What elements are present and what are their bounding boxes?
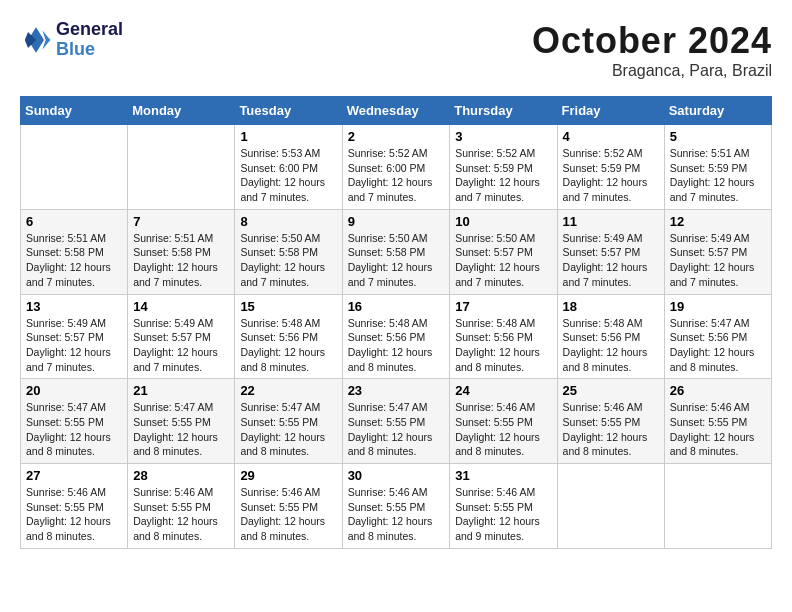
calendar-cell: 29Sunrise: 5:46 AM Sunset: 5:55 PM Dayli… (235, 464, 342, 549)
weekday-header-tuesday: Tuesday (235, 97, 342, 125)
day-number: 28 (133, 468, 229, 483)
calendar-cell: 21Sunrise: 5:47 AM Sunset: 5:55 PM Dayli… (128, 379, 235, 464)
day-number: 23 (348, 383, 445, 398)
day-number: 18 (563, 299, 659, 314)
weekday-header-row: SundayMondayTuesdayWednesdayThursdayFrid… (21, 97, 772, 125)
calendar-week-row: 6Sunrise: 5:51 AM Sunset: 5:58 PM Daylig… (21, 209, 772, 294)
calendar-cell: 13Sunrise: 5:49 AM Sunset: 5:57 PM Dayli… (21, 294, 128, 379)
calendar-cell: 5Sunrise: 5:51 AM Sunset: 5:59 PM Daylig… (664, 125, 771, 210)
weekday-header-wednesday: Wednesday (342, 97, 450, 125)
day-number: 3 (455, 129, 551, 144)
month-title: October 2024 (532, 20, 772, 62)
day-info: Sunrise: 5:50 AM Sunset: 5:58 PM Dayligh… (348, 231, 445, 290)
calendar-cell: 31Sunrise: 5:46 AM Sunset: 5:55 PM Dayli… (450, 464, 557, 549)
calendar-cell (664, 464, 771, 549)
day-number: 15 (240, 299, 336, 314)
day-info: Sunrise: 5:47 AM Sunset: 5:55 PM Dayligh… (240, 400, 336, 459)
calendar-cell: 16Sunrise: 5:48 AM Sunset: 5:56 PM Dayli… (342, 294, 450, 379)
logo: General Blue (20, 20, 123, 60)
day-number: 1 (240, 129, 336, 144)
day-info: Sunrise: 5:47 AM Sunset: 5:55 PM Dayligh… (133, 400, 229, 459)
calendar-cell: 24Sunrise: 5:46 AM Sunset: 5:55 PM Dayli… (450, 379, 557, 464)
calendar-cell: 1Sunrise: 5:53 AM Sunset: 6:00 PM Daylig… (235, 125, 342, 210)
day-number: 6 (26, 214, 122, 229)
calendar-cell: 26Sunrise: 5:46 AM Sunset: 5:55 PM Dayli… (664, 379, 771, 464)
day-info: Sunrise: 5:52 AM Sunset: 5:59 PM Dayligh… (563, 146, 659, 205)
weekday-header-monday: Monday (128, 97, 235, 125)
day-info: Sunrise: 5:47 AM Sunset: 5:55 PM Dayligh… (348, 400, 445, 459)
calendar-cell: 10Sunrise: 5:50 AM Sunset: 5:57 PM Dayli… (450, 209, 557, 294)
day-info: Sunrise: 5:46 AM Sunset: 5:55 PM Dayligh… (563, 400, 659, 459)
day-number: 9 (348, 214, 445, 229)
day-info: Sunrise: 5:46 AM Sunset: 5:55 PM Dayligh… (133, 485, 229, 544)
weekday-header-saturday: Saturday (664, 97, 771, 125)
day-info: Sunrise: 5:52 AM Sunset: 5:59 PM Dayligh… (455, 146, 551, 205)
calendar-cell: 12Sunrise: 5:49 AM Sunset: 5:57 PM Dayli… (664, 209, 771, 294)
location-title: Braganca, Para, Brazil (532, 62, 772, 80)
day-number: 31 (455, 468, 551, 483)
calendar-cell: 20Sunrise: 5:47 AM Sunset: 5:55 PM Dayli… (21, 379, 128, 464)
day-info: Sunrise: 5:48 AM Sunset: 5:56 PM Dayligh… (240, 316, 336, 375)
calendar-cell: 28Sunrise: 5:46 AM Sunset: 5:55 PM Dayli… (128, 464, 235, 549)
day-number: 8 (240, 214, 336, 229)
day-number: 26 (670, 383, 766, 398)
day-number: 16 (348, 299, 445, 314)
weekday-header-sunday: Sunday (21, 97, 128, 125)
weekday-header-friday: Friday (557, 97, 664, 125)
day-number: 24 (455, 383, 551, 398)
calendar-table: SundayMondayTuesdayWednesdayThursdayFrid… (20, 96, 772, 549)
day-info: Sunrise: 5:49 AM Sunset: 5:57 PM Dayligh… (563, 231, 659, 290)
calendar-week-row: 27Sunrise: 5:46 AM Sunset: 5:55 PM Dayli… (21, 464, 772, 549)
calendar-cell: 6Sunrise: 5:51 AM Sunset: 5:58 PM Daylig… (21, 209, 128, 294)
calendar-cell: 9Sunrise: 5:50 AM Sunset: 5:58 PM Daylig… (342, 209, 450, 294)
day-number: 29 (240, 468, 336, 483)
calendar-week-row: 20Sunrise: 5:47 AM Sunset: 5:55 PM Dayli… (21, 379, 772, 464)
calendar-cell: 3Sunrise: 5:52 AM Sunset: 5:59 PM Daylig… (450, 125, 557, 210)
logo-text: General Blue (56, 20, 123, 60)
day-number: 22 (240, 383, 336, 398)
day-info: Sunrise: 5:49 AM Sunset: 5:57 PM Dayligh… (133, 316, 229, 375)
day-info: Sunrise: 5:46 AM Sunset: 5:55 PM Dayligh… (26, 485, 122, 544)
day-info: Sunrise: 5:46 AM Sunset: 5:55 PM Dayligh… (455, 400, 551, 459)
calendar-cell (557, 464, 664, 549)
day-info: Sunrise: 5:51 AM Sunset: 5:59 PM Dayligh… (670, 146, 766, 205)
calendar-cell: 7Sunrise: 5:51 AM Sunset: 5:58 PM Daylig… (128, 209, 235, 294)
calendar-cell: 15Sunrise: 5:48 AM Sunset: 5:56 PM Dayli… (235, 294, 342, 379)
day-number: 19 (670, 299, 766, 314)
calendar-cell: 23Sunrise: 5:47 AM Sunset: 5:55 PM Dayli… (342, 379, 450, 464)
logo-line1: General (56, 20, 123, 40)
day-number: 25 (563, 383, 659, 398)
title-section: October 2024 Braganca, Para, Brazil (532, 20, 772, 80)
day-info: Sunrise: 5:51 AM Sunset: 5:58 PM Dayligh… (26, 231, 122, 290)
calendar-cell: 19Sunrise: 5:47 AM Sunset: 5:56 PM Dayli… (664, 294, 771, 379)
calendar-cell: 17Sunrise: 5:48 AM Sunset: 5:56 PM Dayli… (450, 294, 557, 379)
day-info: Sunrise: 5:50 AM Sunset: 5:58 PM Dayligh… (240, 231, 336, 290)
calendar-cell (21, 125, 128, 210)
calendar-cell: 25Sunrise: 5:46 AM Sunset: 5:55 PM Dayli… (557, 379, 664, 464)
page-header: General Blue October 2024 Braganca, Para… (20, 20, 772, 80)
weekday-header-thursday: Thursday (450, 97, 557, 125)
day-number: 30 (348, 468, 445, 483)
calendar-cell: 2Sunrise: 5:52 AM Sunset: 6:00 PM Daylig… (342, 125, 450, 210)
day-number: 4 (563, 129, 659, 144)
day-number: 12 (670, 214, 766, 229)
calendar-cell: 27Sunrise: 5:46 AM Sunset: 5:55 PM Dayli… (21, 464, 128, 549)
day-info: Sunrise: 5:49 AM Sunset: 5:57 PM Dayligh… (670, 231, 766, 290)
day-number: 2 (348, 129, 445, 144)
day-number: 7 (133, 214, 229, 229)
calendar-cell: 11Sunrise: 5:49 AM Sunset: 5:57 PM Dayli… (557, 209, 664, 294)
day-info: Sunrise: 5:47 AM Sunset: 5:55 PM Dayligh… (26, 400, 122, 459)
day-info: Sunrise: 5:51 AM Sunset: 5:58 PM Dayligh… (133, 231, 229, 290)
calendar-cell (128, 125, 235, 210)
day-number: 17 (455, 299, 551, 314)
day-number: 13 (26, 299, 122, 314)
day-info: Sunrise: 5:48 AM Sunset: 5:56 PM Dayligh… (563, 316, 659, 375)
day-info: Sunrise: 5:53 AM Sunset: 6:00 PM Dayligh… (240, 146, 336, 205)
day-info: Sunrise: 5:48 AM Sunset: 5:56 PM Dayligh… (348, 316, 445, 375)
day-info: Sunrise: 5:49 AM Sunset: 5:57 PM Dayligh… (26, 316, 122, 375)
calendar-week-row: 1Sunrise: 5:53 AM Sunset: 6:00 PM Daylig… (21, 125, 772, 210)
day-info: Sunrise: 5:46 AM Sunset: 5:55 PM Dayligh… (670, 400, 766, 459)
day-info: Sunrise: 5:50 AM Sunset: 5:57 PM Dayligh… (455, 231, 551, 290)
day-info: Sunrise: 5:46 AM Sunset: 5:55 PM Dayligh… (348, 485, 445, 544)
calendar-cell: 4Sunrise: 5:52 AM Sunset: 5:59 PM Daylig… (557, 125, 664, 210)
